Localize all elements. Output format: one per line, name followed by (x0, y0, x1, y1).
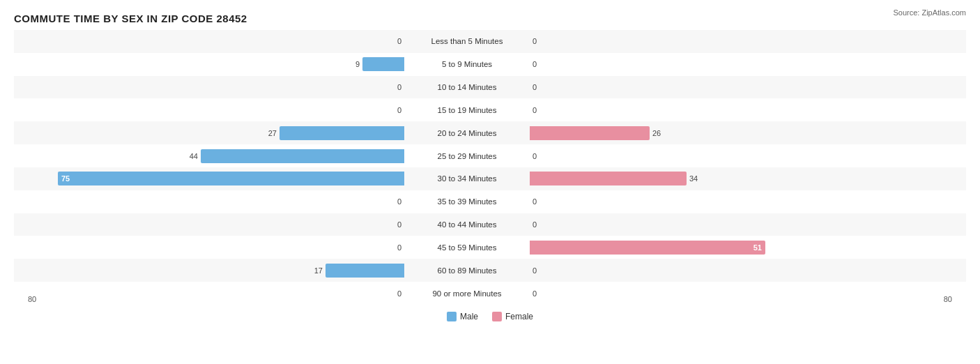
female-side: 0 (530, 195, 920, 208)
bar-row: 040 to 44 Minutes0 (14, 213, 966, 236)
chart-title: COMMUTE TIME BY SEX IN ZIP CODE 28452 (14, 13, 966, 24)
female-value: 0 (533, 83, 545, 91)
bar-row: 4425 to 29 Minutes0 (14, 144, 966, 167)
bar-row: 1760 to 89 Minutes0 (14, 259, 966, 282)
female-bar (530, 172, 687, 185)
female-value: 0 (533, 60, 545, 68)
male-value: 0 (389, 106, 401, 114)
male-value-inside: 75 (61, 174, 70, 183)
row-label: 40 to 44 Minutes (404, 220, 530, 229)
female-side: 0 (530, 34, 920, 48)
female-side: 0 (530, 103, 920, 117)
female-value: 0 (533, 197, 545, 206)
row-label: 25 to 29 Minutes (404, 152, 530, 160)
male-side: 17 (14, 264, 404, 278)
male-side: 27 (14, 126, 404, 140)
chart-container: COMMUTE TIME BY SEX IN ZIP CODE 28452 So… (0, 0, 980, 364)
bar-row: 0Less than 5 Minutes0 (14, 30, 966, 53)
bar-row: 045 to 59 Minutes51 (14, 236, 966, 259)
row-label: 60 to 89 Minutes (404, 266, 530, 275)
source-label: Source: ZipAtlas.com (893, 8, 966, 17)
female-side: 0 (530, 218, 920, 232)
male-value: 0 (389, 289, 401, 298)
row-label: Less than 5 Minutes (404, 37, 530, 45)
male-value: 0 (389, 83, 401, 91)
male-bar (280, 126, 404, 140)
bar-row: 035 to 39 Minutes0 (14, 190, 966, 213)
male-value: 0 (389, 243, 401, 252)
female-side: 34 (530, 172, 920, 185)
female-bar: 51 (530, 241, 765, 255)
male-color-swatch (447, 312, 457, 321)
male-side: 0 (14, 218, 404, 232)
male-value: 17 (310, 266, 323, 275)
male-bar (326, 264, 404, 278)
female-side: 0 (530, 149, 920, 163)
legend-female: Female (492, 312, 533, 321)
row-label: 10 to 14 Minutes (404, 83, 530, 91)
bar-row: 015 to 19 Minutes0 (14, 98, 966, 121)
male-value: 9 (347, 60, 360, 68)
male-bar (201, 149, 404, 163)
male-value: 27 (264, 129, 277, 137)
male-side: 0 (14, 241, 404, 255)
axis-label-left: 80 (28, 295, 36, 303)
bar-row: 95 to 9 Minutes0 (14, 53, 966, 76)
male-value: 0 (389, 197, 401, 206)
male-value: 44 (185, 152, 198, 160)
row-label: 90 or more Minutes (404, 289, 530, 298)
female-value: 0 (533, 220, 545, 229)
female-value: 0 (533, 106, 545, 114)
female-value: 26 (652, 129, 665, 137)
male-value: 0 (389, 37, 401, 45)
bar-row: 090 or more Minutes0 (14, 282, 966, 305)
male-side: 0 (14, 195, 404, 208)
male-side: 75 (14, 172, 404, 185)
row-label: 45 to 59 Minutes (404, 243, 530, 252)
female-label: Female (505, 312, 533, 321)
female-value: 0 (533, 289, 545, 298)
female-color-swatch (492, 312, 502, 321)
male-side: 9 (14, 57, 404, 71)
row-label: 20 to 24 Minutes (404, 129, 530, 137)
male-label: Male (460, 312, 478, 321)
axis-label-right: 80 (944, 295, 952, 303)
male-side: 0 (14, 80, 404, 94)
female-side: 0 (530, 264, 920, 278)
female-value: 0 (533, 266, 545, 275)
row-label: 15 to 19 Minutes (404, 106, 530, 114)
female-side: 51 (530, 241, 920, 255)
male-side: 44 (14, 149, 404, 163)
rows-container: 0Less than 5 Minutes095 to 9 Minutes0010… (14, 30, 966, 305)
female-bar (530, 126, 650, 140)
male-side: 0 (14, 287, 404, 301)
legend-male: Male (447, 312, 478, 321)
row-label: 35 to 39 Minutes (404, 197, 530, 206)
male-bar: 75 (58, 172, 404, 185)
bar-row: 2720 to 24 Minutes26 (14, 121, 966, 144)
row-label: 30 to 34 Minutes (404, 174, 530, 183)
female-value: 34 (689, 174, 702, 183)
male-value: 0 (389, 220, 401, 229)
female-side: 26 (530, 126, 920, 140)
female-value-inside: 51 (753, 243, 762, 252)
female-value: 0 (533, 152, 545, 160)
chart-area: 0Less than 5 Minutes095 to 9 Minutes0010… (14, 30, 966, 326)
male-side: 0 (14, 34, 404, 48)
female-value: 0 (533, 37, 545, 45)
row-label: 5 to 9 Minutes (404, 60, 530, 68)
male-side: 0 (14, 103, 404, 117)
female-side: 0 (530, 57, 920, 71)
male-bar (362, 57, 404, 71)
bar-row: 7530 to 34 Minutes34 (14, 167, 966, 190)
bar-row: 010 to 14 Minutes0 (14, 76, 966, 99)
female-side: 0 (530, 80, 920, 94)
legend: Male Female (14, 312, 966, 321)
female-side: 0 (530, 287, 920, 301)
